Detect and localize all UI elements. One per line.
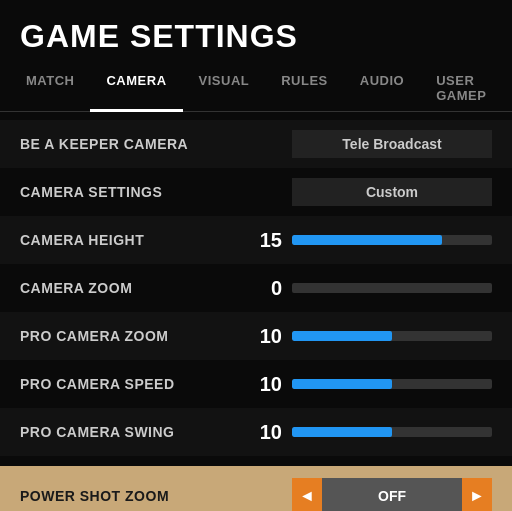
settings-container: Be a Keeper Camera Tele Broadcast Camera… — [0, 112, 512, 464]
tab-rules[interactable]: RULES — [265, 65, 344, 111]
camera-height-value: 15 — [254, 229, 282, 252]
setting-row-pro-camera-zoom: Pro Camera Zoom 10 — [0, 312, 512, 360]
setting-row-camera-height: Camera Height 15 — [0, 216, 512, 264]
camera-settings-value[interactable]: Custom — [292, 178, 492, 206]
power-shot-zoom-left-arrow[interactable]: ◄ — [292, 478, 322, 511]
setting-row-be-a-keeper-camera: Be a Keeper Camera Tele Broadcast — [0, 120, 512, 168]
setting-row-pro-camera-swing: Pro Camera Swing 10 — [0, 408, 512, 456]
power-shot-zoom-right-arrow[interactable]: ► — [462, 478, 492, 511]
be-a-keeper-camera-label: Be a Keeper Camera — [20, 136, 188, 152]
setting-row-pro-camera-speed: Pro Camera Speed 10 — [0, 360, 512, 408]
camera-zoom-value: 0 — [254, 277, 282, 300]
pro-camera-speed-value: 10 — [254, 373, 282, 396]
tab-visual[interactable]: VISUAL — [183, 65, 266, 111]
camera-zoom-slider-group: 0 — [254, 277, 492, 300]
setting-row-camera-settings: Camera Settings Custom — [0, 168, 512, 216]
power-shot-zoom-control: ◄ Off ► — [292, 478, 492, 511]
pro-camera-zoom-value: 10 — [254, 325, 282, 348]
camera-height-slider-group: 15 — [254, 229, 492, 252]
page-title-container: GAME SETTINGS — [0, 0, 512, 65]
power-shot-zoom-value: Off — [322, 478, 462, 511]
pro-camera-zoom-track[interactable] — [292, 331, 492, 341]
pro-camera-zoom-slider-group: 10 — [254, 325, 492, 348]
pro-camera-swing-value: 10 — [254, 421, 282, 444]
camera-zoom-track[interactable] — [292, 283, 492, 293]
tab-camera[interactable]: CAMERA — [90, 65, 182, 111]
pro-camera-speed-slider-group: 10 — [254, 373, 492, 396]
pro-camera-zoom-label: Pro Camera Zoom — [20, 328, 169, 344]
pro-camera-zoom-fill — [292, 331, 392, 341]
pro-camera-swing-label: Pro Camera Swing — [20, 424, 174, 440]
pro-camera-swing-track[interactable] — [292, 427, 492, 437]
be-a-keeper-camera-value[interactable]: Tele Broadcast — [292, 130, 492, 158]
power-shot-zoom-label: Power Shot Zoom — [20, 488, 169, 504]
pro-camera-speed-fill — [292, 379, 392, 389]
camera-zoom-label: Camera Zoom — [20, 280, 132, 296]
setting-row-camera-zoom: Camera Zoom 0 — [0, 264, 512, 312]
nav-tabs: MATCH CAMERA VISUAL RULES AUDIO USER GAM… — [0, 65, 512, 112]
pro-camera-swing-fill — [292, 427, 392, 437]
power-shot-zoom-row: Power Shot Zoom ◄ Off ► — [0, 466, 512, 511]
tab-audio[interactable]: AUDIO — [344, 65, 420, 111]
pro-camera-swing-slider-group: 10 — [254, 421, 492, 444]
tab-user-gamep[interactable]: USER GAMEP — [420, 65, 502, 111]
pro-camera-speed-label: Pro Camera Speed — [20, 376, 175, 392]
camera-height-label: Camera Height — [20, 232, 144, 248]
camera-height-track[interactable] — [292, 235, 492, 245]
page-title: GAME SETTINGS — [20, 18, 492, 55]
camera-settings-label: Camera Settings — [20, 184, 162, 200]
pro-camera-speed-track[interactable] — [292, 379, 492, 389]
tab-match[interactable]: MATCH — [10, 65, 90, 111]
camera-height-fill — [292, 235, 442, 245]
